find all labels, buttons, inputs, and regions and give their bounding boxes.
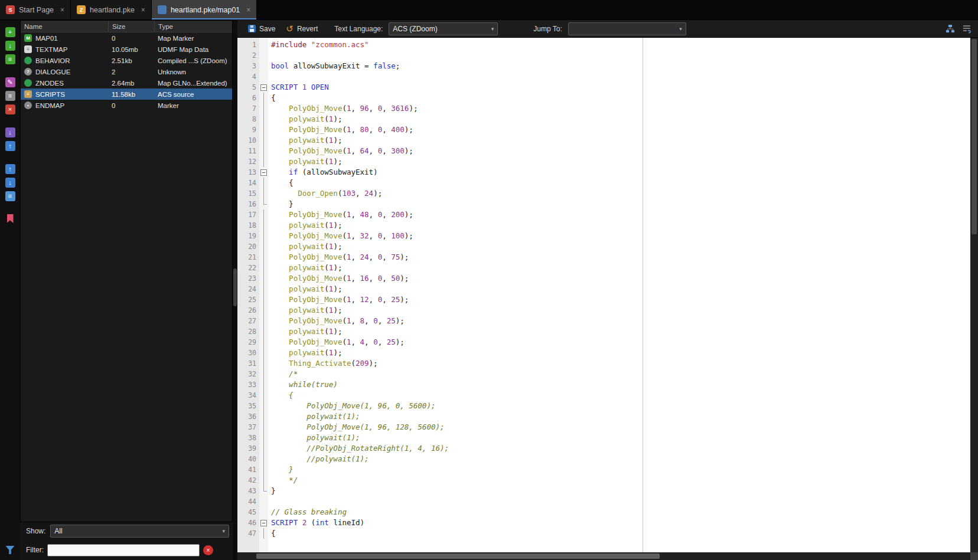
- code-editor[interactable]: #include "zcommon.acs"bool allowSubwayEx…: [268, 38, 970, 552]
- entry-row-dialogue[interactable]: ?DIALOGUE2Unknown: [21, 66, 232, 77]
- show-dropdown[interactable]: All ▾: [50, 525, 229, 538]
- code-line: bool allowSubwayExit = false;: [271, 61, 970, 71]
- tab-heartland-pke[interactable]: Zheartland.pke×: [71, 0, 152, 19]
- line-number: 12: [237, 156, 256, 167]
- line-number: 3: [237, 61, 256, 71]
- fold-toggle[interactable]: [259, 82, 268, 93]
- line-number: 26: [237, 305, 256, 316]
- line-number: 32: [237, 369, 256, 379]
- code-line: // Glass breaking: [271, 507, 970, 518]
- tab-start-page[interactable]: SStart Page×: [0, 0, 71, 19]
- code-line: }: [271, 486, 970, 496]
- fold-margin-cell: [259, 305, 268, 316]
- entry-size: 10.05mb: [108, 44, 154, 55]
- fold-margin-cell: [259, 401, 268, 411]
- move-up-icon[interactable]: ↑: [5, 164, 15, 174]
- column-header-type[interactable]: Type: [154, 21, 232, 32]
- word-wrap-icon[interactable]: [961, 24, 972, 34]
- fold-margin-cell: [259, 103, 268, 114]
- sort-entries-icon[interactable]: ≡: [5, 191, 15, 201]
- entry-row-map01[interactable]: MMAP010Map Marker: [21, 32, 232, 44]
- fold-margin-cell: [259, 496, 268, 507]
- entry-name: SCRIPTS: [35, 91, 65, 98]
- close-tab-icon[interactable]: ×: [141, 6, 145, 14]
- text-editor-panel: Save ↺ Revert Text Language: ACS (ZDoom)…: [237, 20, 978, 560]
- script-outline-icon[interactable]: [945, 24, 956, 34]
- line-number: 13: [237, 167, 256, 178]
- fold-margin-cell: [259, 337, 268, 348]
- tab-heartland-pke-map01[interactable]: heartland.pke/map01×: [152, 0, 257, 19]
- code-line: [271, 496, 970, 507]
- fold-collapse-icon[interactable]: [260, 84, 267, 91]
- code-line: */: [271, 475, 970, 486]
- fold-margin-cell: [259, 241, 268, 252]
- fold-margin-cell: [259, 61, 268, 71]
- entry-row-znodes[interactable]: ZNODES2.64mbMap GLNo...Extended): [21, 77, 232, 89]
- new-directory-icon[interactable]: ≡: [5, 54, 15, 64]
- tab-label: heartland.pke: [90, 6, 135, 14]
- column-header-size[interactable]: Size: [108, 21, 154, 32]
- export-entry-icon[interactable]: ↑: [5, 141, 15, 151]
- code-line: }: [271, 464, 970, 475]
- slade-logo-icon: S: [6, 5, 15, 14]
- line-number: 8: [237, 114, 256, 125]
- bookmark-icon[interactable]: [7, 214, 14, 223]
- line-number: 38: [237, 433, 256, 443]
- entry-row-behavior[interactable]: BEHAVIOR2.51kbCompiled ...S (ZDoom): [21, 55, 232, 66]
- fold-margin-cell: [259, 263, 268, 273]
- code-line: polywait(1);: [271, 156, 970, 167]
- fold-collapse-icon[interactable]: [260, 520, 267, 526]
- code-line: polywait(1);: [271, 284, 970, 294]
- filter-input[interactable]: [47, 544, 200, 556]
- entry-name-cell: ≡SCRIPTS: [21, 89, 108, 100]
- fold-margin-cell: [259, 40, 268, 50]
- editor-vscrollbar[interactable]: [970, 38, 978, 552]
- scrollbar-thumb[interactable]: [256, 554, 660, 559]
- delete-entry-icon[interactable]: ×: [5, 104, 15, 114]
- save-button[interactable]: Save: [246, 24, 278, 34]
- entry-row-endmap[interactable]: •ENDMAP0Marker: [21, 100, 232, 111]
- fold-toggle[interactable]: [259, 518, 268, 528]
- clear-filter-button[interactable]: ×: [203, 545, 213, 555]
- filter-label: Filter:: [26, 546, 44, 554]
- revert-label: Revert: [297, 25, 318, 33]
- line-number: 5: [237, 82, 256, 93]
- editor-hscrollbar[interactable]: [237, 552, 970, 560]
- new-entry-from-file-icon[interactable]: ↓: [5, 41, 15, 51]
- acs-script-icon: ≡: [24, 90, 32, 98]
- language-value: ACS (ZDoom): [393, 25, 437, 33]
- import-files-icon[interactable]: ↓: [5, 127, 15, 137]
- code-line: polywait(1);: [271, 305, 970, 316]
- column-header-name[interactable]: Name: [21, 21, 108, 32]
- scrollbar-thumb[interactable]: [972, 39, 977, 234]
- fold-margin-cell: [259, 348, 268, 358]
- code-line: PolyObj_Move(1, 12, 0, 25);: [271, 294, 970, 305]
- text-language-dropdown[interactable]: ACS (ZDoom) ▾: [389, 22, 498, 35]
- entry-row-textmap[interactable]: ≡TEXTMAP10.05mbUDMF Map Data: [21, 44, 232, 55]
- rename-entry-icon[interactable]: ✎: [5, 77, 15, 87]
- code-line: PolyObj_Move(1, 64, 0, 300);: [271, 146, 970, 156]
- entry-size: 2.51kb: [108, 55, 154, 66]
- chevron-down-icon: ▾: [219, 528, 225, 534]
- entry-name-cell: ≡TEXTMAP: [21, 44, 108, 55]
- jump-to-dropdown[interactable]: ▾: [568, 22, 686, 35]
- code-line: while(true): [271, 379, 970, 390]
- fold-collapse-icon[interactable]: [260, 169, 267, 176]
- fold-margin-cell: [259, 71, 268, 82]
- code-line: polywait(1);: [271, 114, 970, 125]
- revert-button[interactable]: ↺ Revert: [283, 24, 320, 34]
- new-entry-icon[interactable]: +: [5, 27, 15, 37]
- entry-list-scrollbar[interactable]: [233, 20, 237, 560]
- line-number: 6: [237, 93, 256, 103]
- show-value: All: [54, 527, 62, 535]
- line-number: 41: [237, 464, 256, 475]
- entry-type: Marker: [154, 100, 232, 111]
- entry-row-scripts[interactable]: ≡SCRIPTS11.58kbACS source: [21, 89, 232, 100]
- fold-toggle[interactable]: [259, 167, 268, 178]
- move-down-icon[interactable]: ↓: [5, 178, 15, 188]
- close-tab-icon[interactable]: ×: [246, 6, 250, 14]
- scrollbar-thumb[interactable]: [233, 268, 237, 306]
- replace-entry-icon[interactable]: ≡: [5, 91, 15, 101]
- line-number: 4: [237, 71, 256, 82]
- close-tab-icon[interactable]: ×: [60, 6, 64, 14]
